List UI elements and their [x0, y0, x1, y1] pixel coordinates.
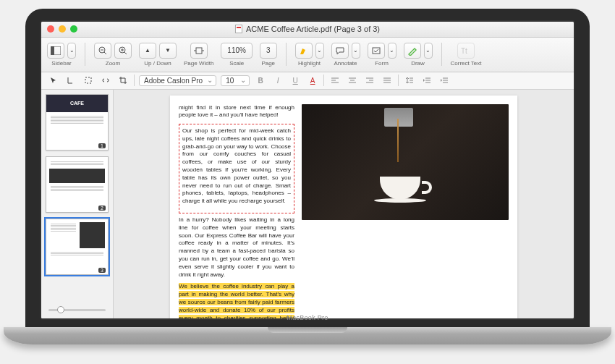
select-tool-button[interactable] [47, 74, 60, 87]
annotate-dropdown[interactable]: ⌄ [352, 43, 360, 59]
correct-text-label: Correct Text [451, 60, 482, 67]
zoom-out-button[interactable] [94, 43, 111, 59]
svg-rect-14 [85, 77, 91, 83]
align-justify-button[interactable] [381, 74, 394, 87]
document-icon [235, 25, 242, 33]
workspace: CAFE 1 2 3 [41, 90, 574, 318]
zoom-window-icon[interactable] [70, 25, 77, 33]
font-color-button[interactable]: A [306, 74, 319, 87]
crop-tool-button[interactable] [116, 74, 130, 87]
text-select-tool-button[interactable] [64, 74, 77, 87]
minimize-icon[interactable] [59, 25, 66, 33]
zoom-in-button[interactable] [114, 43, 132, 59]
marquee-tool-button[interactable] [82, 74, 95, 87]
highlight-label: Highlight [298, 60, 321, 67]
sidebar-mode-dropdown[interactable]: ⌄ [67, 43, 76, 59]
image-thumbnail-icon [80, 222, 105, 248]
format-toolbar: Adobe Caslon Pro 10 B I U A [41, 72, 574, 90]
font-size-select[interactable]: 10 [221, 75, 250, 86]
highlighted-text[interactable]: We believe the coffee industry can play … [179, 283, 294, 318]
window-controls [47, 25, 77, 33]
page-up-button[interactable]: ▲ [139, 43, 156, 59]
espresso-photo[interactable] [302, 104, 509, 220]
italic-button[interactable]: I [271, 74, 284, 87]
red-dashed-annotation[interactable]: Our shop is perfect for mid-week catch u… [179, 124, 294, 213]
window-title: ACME Coffee Article.pdf (Page 3 of 3) [246, 25, 380, 33]
underline-button[interactable]: U [289, 74, 302, 87]
main-toolbar: ⌄ Sidebar Zoom ▲ [41, 38, 574, 72]
svg-text:Tt: Tt [461, 47, 467, 55]
highlight-dropdown[interactable]: ⌄ [315, 43, 324, 59]
annotate-button[interactable] [331, 43, 349, 59]
page-label: Page [261, 60, 275, 67]
svg-line-3 [104, 52, 106, 54]
page-width-label: Page Width [184, 60, 213, 67]
font-family-select[interactable]: Adobe Caslon Pro [139, 75, 216, 86]
page-down-button[interactable]: ▼ [159, 43, 177, 59]
form-dropdown[interactable]: ⌄ [388, 43, 396, 59]
bold-button[interactable]: B [254, 74, 267, 87]
link-tool-button[interactable] [99, 74, 112, 87]
scale-label: Scale [229, 60, 244, 67]
svg-rect-1 [51, 46, 54, 55]
close-icon[interactable] [47, 25, 54, 33]
laptop-base: MacBook Pro [4, 327, 611, 344]
svg-line-6 [124, 52, 127, 54]
correct-text-button[interactable]: Tt [457, 43, 475, 59]
page-number-badge: 3 [98, 268, 106, 273]
align-right-button[interactable] [363, 74, 376, 87]
decrease-indent-button[interactable] [420, 74, 433, 87]
draw-label: Draw [411, 60, 425, 67]
sidebar-toggle-button[interactable] [47, 43, 64, 59]
pdf-editor-window: ACME Coffee Article.pdf (Page 3 of 3) ⌄ … [41, 22, 574, 318]
titlebar: ACME Coffee Article.pdf (Page 3 of 3) [41, 22, 574, 38]
thumbnails-sidebar: CAFE 1 2 3 [41, 90, 114, 318]
body-text[interactable]: might find it in store next time if enou… [179, 104, 294, 120]
document-canvas[interactable]: might find it in store next time if enou… [114, 90, 574, 318]
portafilter-icon [384, 108, 413, 127]
body-text[interactable]: Our shop is perfect for mid-week catch u… [182, 127, 291, 206]
scale-field[interactable]: 110% [221, 43, 253, 59]
cafe-sign-icon: CAFE [46, 95, 108, 112]
highlight-button[interactable] [295, 43, 313, 59]
draw-button[interactable] [404, 43, 421, 59]
espresso-stream-icon [397, 119, 399, 162]
svg-rect-12 [373, 48, 380, 54]
page-content: might find it in store next time if enou… [170, 96, 517, 318]
align-left-button[interactable] [328, 74, 342, 87]
draw-dropdown[interactable]: ⌄ [424, 43, 433, 59]
image-thumbnail-icon [49, 169, 105, 183]
increase-indent-button[interactable] [438, 74, 451, 87]
page-number-badge: 1 [98, 143, 106, 148]
coffee-cup-icon [380, 173, 430, 206]
sidebar-label: Sidebar [51, 60, 72, 67]
line-spacing-button[interactable] [403, 74, 416, 87]
form-label: Form [375, 60, 389, 67]
svg-rect-9 [196, 48, 202, 54]
page-field[interactable]: 3 [260, 43, 277, 59]
thumbnail-zoom-slider[interactable] [46, 306, 109, 314]
align-center-button[interactable] [346, 74, 359, 87]
page-thumbnail-3[interactable]: 3 [46, 219, 109, 275]
page-thumbnail-2[interactable]: 2 [46, 156, 109, 213]
annotate-label: Annotate [334, 60, 357, 67]
page-width-button[interactable] [190, 43, 208, 59]
macbook-label: MacBook Pro [287, 314, 328, 321]
body-text[interactable]: In a hurry? Nobody likes waiting in a lo… [179, 216, 294, 279]
form-button[interactable] [368, 43, 385, 59]
page-number-badge: 2 [98, 206, 106, 211]
updown-label: Up / Down [144, 60, 171, 67]
page-thumbnail-1[interactable]: CAFE 1 [46, 94, 109, 151]
zoom-label: Zoom [106, 60, 120, 67]
